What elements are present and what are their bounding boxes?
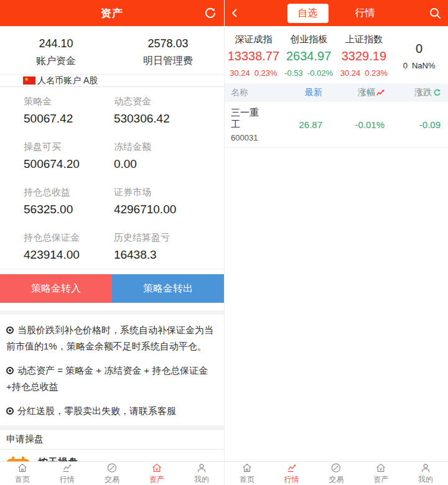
tabbar-item-home[interactable]: 首页: [0, 462, 45, 485]
tabbar-item-market[interactable]: 行情: [269, 462, 314, 485]
note-margin-call: 当股价跌到补仓价格时，系统自动补保证金为当前市值的1%，策略金余额不足时系统自动…: [6, 322, 218, 354]
watchlist-header: 名称 最新 涨幅 涨跌: [225, 83, 448, 102]
search-icon[interactable]: [428, 6, 442, 20]
apply-section-title: 申请操盘: [0, 430, 224, 450]
transfer-in-button[interactable]: 策略金转入: [0, 274, 112, 303]
transfer-out-button[interactable]: 策略金转出: [112, 274, 224, 303]
tabbar-item-mine[interactable]: 我的: [179, 462, 224, 485]
stock-name: 三一重工: [231, 107, 266, 131]
bullet-icon: [6, 367, 14, 374]
bullet-icon: [6, 407, 14, 415]
dual-screenshot-stage: 资产 244.10 账户资金 2578.03 明日管理费 ★ 人名币账户 A股: [0, 0, 448, 485]
section-divider: [0, 425, 224, 430]
assets-screen: 资产 244.10 账户资金 2578.03 明日管理费 ★ 人名币账户 A股: [0, 0, 224, 485]
rmb-account-label: 人名币账户 A股: [37, 75, 98, 86]
stat-dynamic-fund: 动态资金 530306.42: [114, 87, 224, 132]
account-funds-label: 账户资金: [0, 55, 112, 68]
stat-total-margin: 持仓总保证金 423914.00: [24, 223, 114, 269]
red-trend-icon: [376, 90, 385, 96]
stock-pct-change: -0.01%: [322, 119, 385, 130]
stat-history-pnl: 历史结算盈亏 16438.3: [114, 223, 224, 269]
note-dividend: 分红送股，零股卖出失败，请联系客服: [6, 403, 218, 419]
refresh-icon[interactable]: [204, 7, 217, 19]
tabbar-item-market[interactable]: 行情: [45, 462, 90, 485]
index-summary-row: 深证成指 13338.77 30.240.23% 创业指板 2634.97 -0…: [225, 26, 448, 83]
bottom-tabbar: 首页 行情 交易 ¥ 资产 我的: [0, 461, 224, 485]
stat-position-profit: 持仓总收益 56325.00: [24, 178, 114, 223]
col-pct[interactable]: 涨幅: [322, 87, 385, 98]
tabbar-item-assets[interactable]: ¥ 资产: [134, 462, 179, 485]
stock-code: 600031: [231, 133, 266, 142]
summary-tomorrow-fee: 2578.03 明日管理费: [112, 37, 224, 68]
market-header-tabs: 自选 行情: [287, 4, 386, 23]
col-last[interactable]: 最新: [266, 87, 322, 98]
col-chg[interactable]: 涨跌: [385, 87, 441, 98]
tab-quotes[interactable]: 行情: [345, 4, 386, 23]
stat-frozen: 冻结金额 0.00: [114, 132, 224, 178]
section-divider: [0, 310, 224, 315]
china-flag-icon: ★: [23, 76, 35, 85]
index-szse[interactable]: 深证成指 13338.77 30.240.23%: [226, 34, 281, 83]
transfer-actions: 策略金转入 策略金转出: [0, 274, 224, 303]
index-chinext[interactable]: 创业指板 2634.97 -0.53-0.02%: [281, 34, 337, 83]
bottom-tabbar: 首页 行情 交易 ¥ 资产 我的: [225, 461, 448, 485]
stat-strategy-fund: 策略金 50067.42: [24, 87, 114, 132]
svg-text:¥: ¥: [156, 466, 159, 472]
stat-securities-market: 证券市场 4296710.00: [114, 178, 224, 223]
stock-last-price: 26.87: [266, 119, 322, 130]
summary-account-funds: 244.10 账户资金: [0, 37, 112, 68]
stat-buyable: 操盘可买 500674.20: [24, 132, 114, 178]
back-icon[interactable]: [228, 7, 241, 19]
tab-watchlist[interactable]: 自选: [287, 4, 329, 23]
market-screen: 自选 行情 深证成指 13338.77 30.240.23% 创业指板 2634…: [224, 0, 448, 485]
tabbar-item-mine[interactable]: 我的: [403, 462, 448, 485]
tabbar-item-trade[interactable]: 交易: [314, 462, 359, 485]
col-name[interactable]: 名称: [231, 87, 266, 98]
stock-row-600031[interactable]: 三一重工 600031 26.87 -0.01% -0.09: [225, 102, 448, 148]
tabbar-item-home[interactable]: 首页: [225, 462, 269, 485]
asset-stats-grid: 策略金 50067.42 动态资金 530306.42 操盘可买 500674.…: [0, 87, 224, 269]
market-appbar: 自选 行情: [225, 0, 448, 26]
tomorrow-fee-label: 明日管理费: [112, 55, 224, 68]
tomorrow-fee-value: 2578.03: [112, 37, 224, 50]
account-summary: 244.10 账户资金 2578.03 明日管理费: [0, 26, 224, 74]
tabbar-item-assets[interactable]: ¥ 资产: [358, 462, 403, 485]
green-trend-icon: [433, 89, 441, 96]
svg-text:¥: ¥: [380, 466, 383, 472]
bullet-icon: [6, 326, 14, 334]
rmb-account-row[interactable]: ★ 人名币账户 A股: [0, 74, 224, 87]
page-title: 资产: [101, 6, 123, 21]
account-funds-value: 244.10: [0, 37, 112, 50]
index-empty[interactable]: 0 0NaN%: [391, 34, 447, 83]
index-sse[interactable]: 上证指数 3329.19 30.240.23%: [337, 34, 392, 83]
notes-section: 当股价跌到补仓价格时，系统自动补保证金为当前市值的1%，策略金余额不足时系统自动…: [0, 315, 224, 425]
note-dynamic-asset-formula: 动态资产 = 策略金 + 冻结资金 + 持仓总保证金 +持仓总收益: [6, 363, 218, 395]
tabbar-item-trade[interactable]: 交易: [90, 462, 134, 485]
stock-change: -0.09: [385, 119, 441, 130]
assets-appbar: 资产: [0, 0, 224, 26]
